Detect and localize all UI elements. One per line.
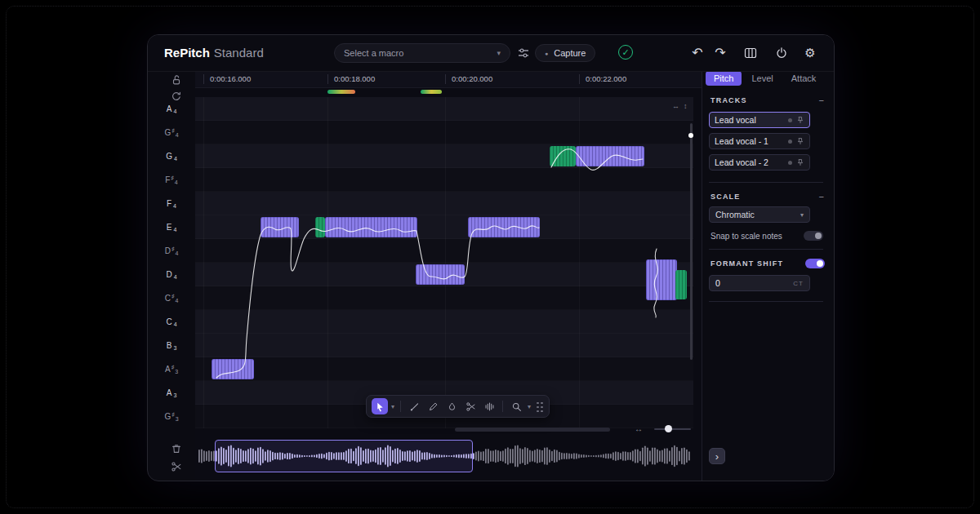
track-state-dot[interactable] (788, 140, 792, 144)
macro-settings-icon[interactable] (517, 47, 530, 60)
h-scroll-zoom-icon[interactable]: ↔ (672, 102, 679, 110)
zoom-arrows-icon: ↔ (635, 424, 643, 433)
pitch-row[interactable] (195, 168, 693, 192)
horizontal-scrollbar[interactable] (455, 428, 610, 432)
vertical-scrollbar-thumb[interactable] (688, 133, 693, 138)
undo-button[interactable]: ↶ (688, 45, 706, 61)
pin-icon[interactable] (796, 116, 804, 124)
tab-attack[interactable]: Attack (783, 71, 825, 86)
repitch-app-window: RePitchStandard Select a macro ▾ ● Captu… (147, 34, 835, 481)
top-bar: RePitchStandard Select a macro ▾ ● Captu… (148, 35, 834, 72)
zoom-tool-button[interactable] (508, 398, 524, 414)
timeline-tick: 0:00:20.000 (452, 74, 492, 83)
settings-gear-icon[interactable]: ⚙ (801, 45, 819, 61)
collapse-scale-button[interactable]: − (818, 192, 825, 202)
pencil-tool-button[interactable] (425, 398, 441, 414)
split-scissors-icon[interactable] (171, 461, 182, 472)
macro-select[interactable]: Select a macro ▾ (334, 43, 510, 63)
sidebar-divider (709, 182, 823, 183)
track-state-dot[interactable] (788, 118, 792, 122)
note-label: E4 (148, 215, 195, 239)
redo-button[interactable]: ↷ (711, 45, 729, 61)
power-icon[interactable] (775, 47, 788, 60)
zoom-slider-knob[interactable] (665, 425, 672, 432)
scale-select[interactable]: Chromatic ▾ (709, 206, 810, 223)
timeline-separator (327, 74, 328, 84)
select-tool-button[interactable] (372, 398, 388, 414)
note-label: D4 (148, 263, 195, 286)
vertical-scrollbar[interactable] (690, 123, 693, 360)
zoom-slider-track[interactable] (654, 428, 691, 430)
track-item-lead-vocal-1[interactable]: Lead vocal - 1 (709, 133, 810, 149)
track-label: Lead vocal - 1 (715, 136, 784, 146)
pitch-row[interactable] (195, 215, 693, 239)
trash-icon[interactable] (171, 443, 182, 454)
track-item-lead-vocal[interactable]: Lead vocal (709, 112, 810, 128)
timeline-separator (445, 74, 446, 84)
snap-row: Snap to scale notes (710, 231, 823, 241)
formant-toggle[interactable] (805, 259, 825, 268)
note-label: G4 (148, 144, 195, 168)
toolbar-drag-handle[interactable] (537, 401, 544, 412)
pitch-row[interactable] (195, 263, 693, 286)
toolbar-divider (400, 401, 401, 412)
pitch-row[interactable] (195, 144, 693, 168)
capture-region-marker (327, 90, 355, 94)
timeline-separator (579, 74, 580, 84)
pitch-row[interactable] (195, 192, 693, 215)
check-glyph: ✓ (621, 47, 629, 58)
pitch-row[interactable] (195, 310, 693, 334)
pitch-row[interactable] (195, 239, 693, 263)
timeline-separator (203, 74, 204, 84)
formant-comb-tool-button[interactable] (481, 398, 497, 414)
overview-selection-region[interactable] (215, 440, 473, 472)
note-label: D♯4 (148, 239, 195, 263)
pitch-row[interactable] (195, 357, 693, 381)
page-background: RePitchStandard Select a macro ▾ ● Captu… (0, 0, 980, 514)
timeline-tick: 0:00:22.000 (586, 74, 626, 83)
capture-label: Capture (554, 48, 586, 58)
capture-done-check-icon[interactable]: ✓ (618, 45, 633, 60)
formant-value: 0 (715, 278, 720, 288)
note-label: B3 (148, 334, 195, 357)
zoom-slider[interactable]: ↔ (635, 423, 693, 435)
lock-icon[interactable] (171, 74, 182, 86)
brand-edition: Standard (214, 46, 264, 60)
timeline-tick: 0:00:18.000 (334, 74, 375, 83)
zoom-dropdown-chevron-icon[interactable]: ▾ (528, 403, 531, 410)
pin-icon[interactable] (796, 137, 804, 145)
audio-overview-strip[interactable] (195, 440, 693, 474)
scale-select-value: Chromatic (715, 210, 755, 219)
brush-tool-button[interactable] (443, 398, 460, 414)
collapse-tracks-button[interactable]: − (818, 95, 825, 105)
capture-button[interactable]: ● Capture (535, 44, 595, 62)
track-state-dot[interactable] (788, 161, 792, 165)
scissors-tool-button[interactable] (462, 398, 479, 414)
tab-level[interactable]: Level (743, 71, 781, 86)
pitch-row[interactable] (195, 97, 693, 121)
sidebar-divider (709, 249, 823, 250)
piano-roll-view-icon[interactable] (744, 47, 757, 60)
pitch-row[interactable] (195, 121, 693, 144)
tool-dropdown-chevron-icon[interactable]: ▾ (391, 403, 394, 410)
pitch-grid[interactable] (195, 97, 693, 428)
formant-shift-input[interactable]: 0 CT (709, 275, 810, 291)
note-label: F4 (148, 192, 195, 215)
right-sidebar: Pitch Level Attack TRACKS − Lead vocal L… (702, 71, 835, 481)
pitch-editor-canvas[interactable]: 0:00:16.0000:00:18.0000:00:20.0000:00:22… (195, 71, 702, 481)
pin-icon[interactable] (796, 158, 804, 166)
pitch-row[interactable] (195, 334, 693, 357)
pitch-row[interactable] (195, 286, 693, 310)
note-label: F♯4 (148, 168, 195, 192)
expand-panel-button[interactable]: › (709, 448, 725, 464)
line-tool-button[interactable] (406, 398, 422, 414)
note-label: A♯3 (148, 357, 195, 381)
chevron-down-icon: ▾ (497, 49, 501, 57)
track-item-lead-vocal-2[interactable]: Lead vocal - 2 (709, 154, 810, 171)
formant-section-header: FORMANT SHIFT (710, 259, 825, 268)
tab-pitch[interactable]: Pitch (706, 71, 742, 86)
timeline-ruler[interactable]: 0:00:16.0000:00:18.0000:00:20.0000:00:22… (195, 71, 702, 88)
snap-toggle[interactable] (804, 231, 823, 241)
v-scroll-zoom-icon[interactable]: ↕ (684, 102, 688, 110)
note-label: C4 (148, 310, 195, 334)
